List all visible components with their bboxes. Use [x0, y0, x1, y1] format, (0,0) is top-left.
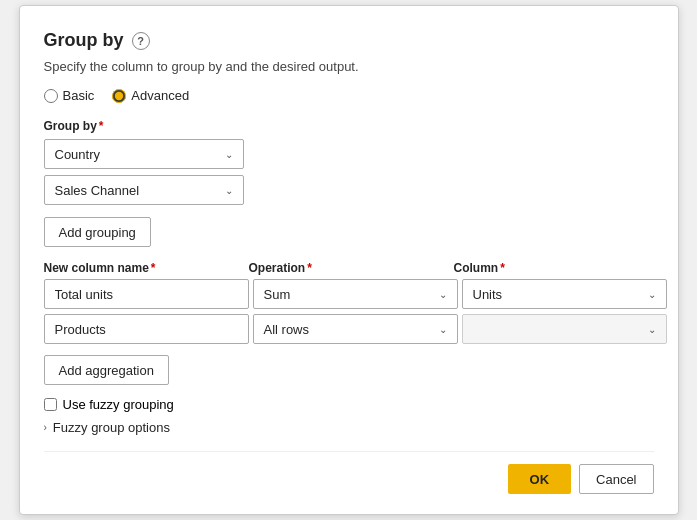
- agg-row-2-operation-value: All rows: [264, 322, 310, 337]
- agg-row-1-operation-dropdown[interactable]: Sum ⌄: [253, 279, 458, 309]
- agg-row-2-name-cell: [44, 314, 249, 344]
- agg-row-2-column-dropdown: ⌄: [462, 314, 667, 344]
- agg-row-1-name-cell: [44, 279, 249, 309]
- aggregation-row-1: Sum ⌄ Units ⌄: [44, 279, 654, 309]
- agg-row-1-column-cell: Units ⌄: [462, 279, 667, 309]
- aggregation-row-2: All rows ⌄ ⌄: [44, 314, 654, 344]
- add-grouping-button[interactable]: Add grouping: [44, 217, 151, 247]
- dialog-subtitle: Specify the column to group by and the d…: [44, 59, 654, 74]
- advanced-radio-label[interactable]: Advanced: [112, 88, 189, 103]
- agg-row-2-column-cell: ⌄: [462, 314, 667, 344]
- agg-row-2-operation-cell: All rows ⌄: [253, 314, 458, 344]
- fuzzy-group-options-row[interactable]: › Fuzzy group options: [44, 420, 654, 435]
- chevron-down-icon-col-1: ⌄: [648, 289, 656, 300]
- dialog-title-row: Group by ?: [44, 30, 654, 51]
- agg-row-2-operation-dropdown[interactable]: All rows ⌄: [253, 314, 458, 344]
- chevron-right-icon: ›: [44, 422, 47, 433]
- group-by-dialog: Group by ? Specify the column to group b…: [19, 5, 679, 515]
- cancel-button[interactable]: Cancel: [579, 464, 653, 494]
- group-by-section: Group by* Country ⌄ Sales Channel ⌄: [44, 119, 654, 205]
- basic-radio-label[interactable]: Basic: [44, 88, 95, 103]
- advanced-label: Advanced: [131, 88, 189, 103]
- chevron-down-icon-1: ⌄: [225, 149, 233, 160]
- group-by-dropdown-1[interactable]: Country ⌄: [44, 139, 244, 169]
- ok-button[interactable]: OK: [508, 464, 572, 494]
- group-by-dropdown-2[interactable]: Sales Channel ⌄: [44, 175, 244, 205]
- agg-row-2-name-input[interactable]: [44, 314, 249, 344]
- mode-radio-group: Basic Advanced: [44, 88, 654, 103]
- advanced-radio[interactable]: [112, 89, 126, 103]
- chevron-down-icon-op-1: ⌄: [439, 289, 447, 300]
- new-column-name-header: New column name*: [44, 261, 249, 275]
- fuzzy-grouping-label: Use fuzzy grouping: [63, 397, 174, 412]
- group-by-dropdown-2-row: Sales Channel ⌄: [44, 175, 654, 205]
- fuzzy-grouping-row: Use fuzzy grouping: [44, 397, 654, 412]
- group-by-dropdown-1-row: Country ⌄: [44, 139, 654, 169]
- agg-row-1-column-value: Units: [473, 287, 503, 302]
- chevron-down-icon-2: ⌄: [225, 185, 233, 196]
- basic-label: Basic: [63, 88, 95, 103]
- agg-row-1-operation-cell: Sum ⌄: [253, 279, 458, 309]
- basic-radio[interactable]: [44, 89, 58, 103]
- dialog-title: Group by: [44, 30, 124, 51]
- agg-row-1-column-dropdown[interactable]: Units ⌄: [462, 279, 667, 309]
- group-by-label: Group by*: [44, 119, 654, 133]
- chevron-down-icon-col-2: ⌄: [648, 324, 656, 335]
- agg-row-1-name-input[interactable]: [44, 279, 249, 309]
- group-by-dropdown-1-value: Country: [55, 147, 101, 162]
- help-icon[interactable]: ?: [132, 32, 150, 50]
- agg-row-1-operation-value: Sum: [264, 287, 291, 302]
- fuzzy-group-options-label: Fuzzy group options: [53, 420, 170, 435]
- aggregation-headers: New column name* Operation* Column*: [44, 261, 654, 275]
- dialog-footer: OK Cancel: [44, 451, 654, 494]
- chevron-down-icon-op-2: ⌄: [439, 324, 447, 335]
- fuzzy-grouping-checkbox[interactable]: [44, 398, 57, 411]
- add-aggregation-button[interactable]: Add aggregation: [44, 355, 169, 385]
- group-by-dropdown-2-value: Sales Channel: [55, 183, 140, 198]
- column-header: Column*: [454, 261, 659, 275]
- operation-header: Operation*: [249, 261, 454, 275]
